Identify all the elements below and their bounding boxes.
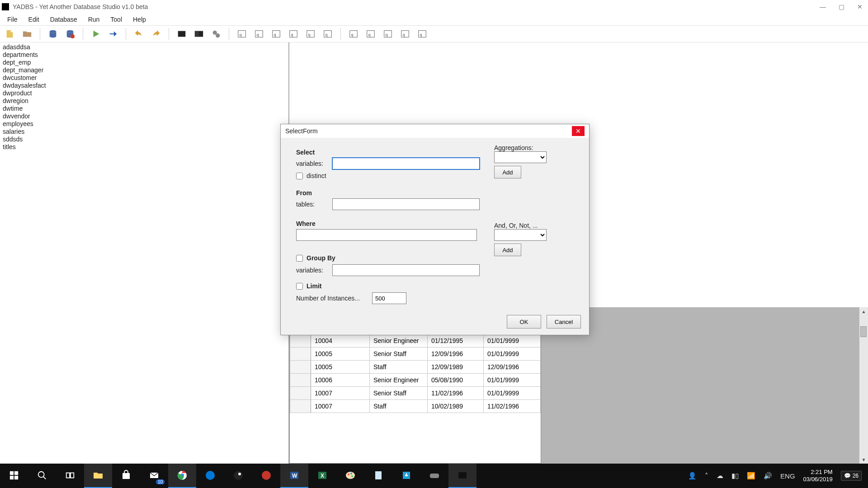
task-edge-icon[interactable] xyxy=(196,464,224,488)
sidebar-item[interactable]: dwvendor xyxy=(2,113,287,120)
table-row[interactable]: 10005Staff12/09/198912/09/1996 xyxy=(290,361,541,374)
ok-button[interactable]: OK xyxy=(507,315,541,328)
toolbar-db-connect-icon[interactable] xyxy=(47,28,59,40)
toolbar-play-icon[interactable] xyxy=(90,28,102,40)
toolbar-q11-icon[interactable]: q xyxy=(416,28,429,40)
cell[interactable]: Staff xyxy=(370,400,428,413)
menu-file[interactable]: File xyxy=(3,14,22,24)
tray-wifi-icon[interactable]: 📶 xyxy=(747,472,755,480)
cell[interactable]: 10004 xyxy=(311,334,370,347)
task-terminal-icon[interactable] xyxy=(448,464,476,488)
toolbar-redo-icon[interactable] xyxy=(150,28,162,40)
tray-chevron-up-icon[interactable]: ˄ xyxy=(705,472,708,480)
limit-input[interactable] xyxy=(372,292,406,304)
row-selector[interactable] xyxy=(290,334,311,347)
task-steam-icon[interactable] xyxy=(224,464,252,488)
sidebar-item[interactable]: sddsds xyxy=(2,136,287,143)
tray-volume-icon[interactable]: 🔊 xyxy=(764,472,772,480)
task-notepad-icon[interactable] xyxy=(364,464,392,488)
start-button[interactable] xyxy=(0,464,28,488)
tray-onedrive-icon[interactable]: ☁ xyxy=(717,472,723,480)
menu-tool[interactable]: Tool xyxy=(106,14,127,24)
row-selector[interactable] xyxy=(290,374,311,387)
scrollbar-up-arrow-icon[interactable]: ▲ xyxy=(859,307,868,315)
tray-language[interactable]: ENG xyxy=(780,472,795,480)
table-row[interactable]: 10007Staff10/02/198911/02/1996 xyxy=(290,400,541,413)
cell[interactable]: Senior Engineer xyxy=(370,334,428,347)
cancel-button[interactable]: Cancel xyxy=(547,315,581,328)
task-word-icon[interactable]: W xyxy=(280,464,308,488)
sidebar-item[interactable]: dwregion xyxy=(2,97,287,105)
table-row[interactable]: 10006Senior Engineer05/08/199001/01/9999 xyxy=(290,374,541,387)
sidebar-item[interactable]: employees xyxy=(2,120,287,128)
task-paint-icon[interactable] xyxy=(336,464,364,488)
cell[interactable]: 10005 xyxy=(311,361,370,374)
cell[interactable]: 11/02/1996 xyxy=(428,387,484,400)
scrollbar-down-arrow-icon[interactable]: ▼ xyxy=(859,455,868,464)
task-app-icon[interactable] xyxy=(252,464,280,488)
toolbar-q1-icon[interactable]: q xyxy=(236,28,248,40)
sidebar-item[interactable]: dwproduct xyxy=(2,89,287,97)
sidebar-item[interactable]: adasddsa xyxy=(2,43,287,51)
cell[interactable]: 10/02/1989 xyxy=(428,400,484,413)
cell[interactable]: Staff xyxy=(370,361,428,374)
where-input[interactable] xyxy=(296,229,477,241)
cell[interactable]: 10007 xyxy=(311,400,370,413)
task-game-icon[interactable] xyxy=(420,464,448,488)
menu-run[interactable]: Run xyxy=(84,14,104,24)
tables-input[interactable] xyxy=(332,198,480,210)
tray-battery-icon[interactable]: ▮▯ xyxy=(731,472,739,480)
cell[interactable]: 10006 xyxy=(311,374,370,387)
cell[interactable]: 10007 xyxy=(311,387,370,400)
task-explorer-icon[interactable] xyxy=(84,464,112,488)
notifications-button[interactable]: 💬 26 xyxy=(841,471,862,481)
toolbar-q5-icon[interactable]: q xyxy=(304,28,317,40)
sidebar-item[interactable]: dept_emp xyxy=(2,59,287,66)
row-selector[interactable] xyxy=(290,347,311,361)
minimize-button[interactable]: — xyxy=(820,3,826,10)
task-download-icon[interactable] xyxy=(392,464,420,488)
row-selector[interactable] xyxy=(290,387,311,400)
task-chrome-icon[interactable] xyxy=(168,464,196,488)
toolbar-console-icon[interactable] xyxy=(175,28,188,40)
dialog-close-button[interactable]: ✕ xyxy=(572,126,585,136)
maximize-button[interactable]: ▢ xyxy=(839,3,844,10)
tray-people-icon[interactable]: 👤 xyxy=(688,472,697,480)
task-mail-icon[interactable]: 10 xyxy=(140,464,168,488)
taskbar-clock[interactable]: 2:21 PM 03/06/2019 xyxy=(803,469,833,483)
toolbar-q9-icon[interactable]: q xyxy=(382,28,394,40)
cell[interactable]: 01/01/9999 xyxy=(484,334,541,347)
toolbar-open-icon[interactable] xyxy=(21,28,33,40)
scrollbar-thumb[interactable] xyxy=(860,326,867,337)
task-excel-icon[interactable]: X xyxy=(308,464,336,488)
toolbar-q6-icon[interactable]: q xyxy=(321,28,334,40)
grid-vertical-scrollbar[interactable]: ▲ ▼ xyxy=(859,307,868,464)
cell[interactable]: 01/12/1995 xyxy=(428,334,484,347)
cell[interactable]: 10005 xyxy=(311,347,370,361)
cell[interactable]: 01/01/9999 xyxy=(484,347,541,361)
cell[interactable]: 11/02/1996 xyxy=(484,400,541,413)
toolbar-gears-icon[interactable] xyxy=(210,28,222,40)
search-button[interactable] xyxy=(28,464,56,488)
cell[interactable]: 12/09/1996 xyxy=(484,361,541,374)
groupby-checkbox[interactable] xyxy=(296,255,303,262)
variables-input[interactable] xyxy=(332,158,480,169)
cell[interactable]: Senior Staff xyxy=(370,347,428,361)
toolbar-db-disconnect-icon[interactable] xyxy=(64,28,76,40)
sidebar-item[interactable]: dwdaysalesfact xyxy=(2,82,287,89)
toolbar-q4-icon[interactable]: q xyxy=(287,28,300,40)
toolbar-q3-icon[interactable]: q xyxy=(270,28,283,40)
distinct-checkbox[interactable] xyxy=(296,173,303,179)
menu-help[interactable]: Help xyxy=(128,14,151,24)
sidebar-item[interactable]: salaries xyxy=(2,128,287,136)
toolbar-output-icon[interactable] xyxy=(193,28,205,40)
task-store-icon[interactable] xyxy=(112,464,140,488)
cell[interactable]: 12/09/1989 xyxy=(428,361,484,374)
table-row[interactable]: 10004Senior Engineer01/12/199501/01/9999 xyxy=(290,334,541,347)
toolbar-new-icon[interactable] xyxy=(4,28,16,40)
toolbar-continue-icon[interactable] xyxy=(107,28,119,40)
cell[interactable]: 12/09/1996 xyxy=(428,347,484,361)
sidebar-item[interactable]: dwtime xyxy=(2,105,287,113)
menu-database[interactable]: Database xyxy=(46,14,82,24)
cell[interactable]: Senior Staff xyxy=(370,387,428,400)
